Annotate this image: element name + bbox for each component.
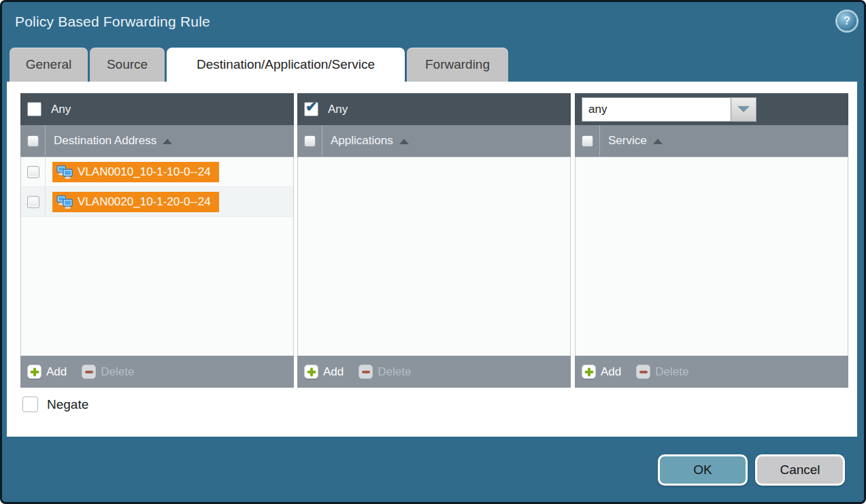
destination-address-header-label: Destination Address <box>54 134 156 148</box>
ok-button[interactable]: OK <box>658 454 748 486</box>
applications-any-checkbox[interactable] <box>304 102 318 116</box>
add-button[interactable]: Add <box>304 365 344 379</box>
tab-source[interactable]: Source <box>90 48 165 82</box>
add-plus-icon <box>304 365 318 379</box>
applications-list <box>297 157 571 356</box>
applications-panel: Any Applications Add Delete <box>297 93 571 388</box>
applications-header-label: Applications <box>331 134 393 148</box>
destination-address-column-header[interactable]: Destination Address <box>46 125 172 156</box>
applications-column-header[interactable]: Applications <box>322 125 409 156</box>
service-header-row: Service <box>575 125 848 157</box>
service-header-label: Service <box>608 134 647 148</box>
destination-address-header-row: Destination Address <box>20 125 294 157</box>
applications-select-all-checkbox[interactable] <box>304 135 316 147</box>
negate-checkbox[interactable] <box>22 397 38 412</box>
service-list <box>575 157 848 356</box>
dialog-title: Policy Based Forwarding Rule <box>15 14 210 30</box>
applications-header-row: Applications <box>297 125 571 157</box>
add-plus-icon <box>582 365 596 379</box>
negate-label: Negate <box>47 397 88 412</box>
delete-button[interactable]: Delete <box>636 365 688 379</box>
service-panel: any Service Add <box>575 93 848 388</box>
delete-minus-icon <box>636 365 650 379</box>
destination-select-all-checkbox[interactable] <box>27 135 39 147</box>
destination-any-bar: Any <box>20 93 294 125</box>
service-column-header[interactable]: Service <box>600 125 663 156</box>
sort-asc-icon <box>163 139 172 144</box>
destination-any-checkbox[interactable] <box>27 102 41 116</box>
sort-asc-icon <box>653 139 663 144</box>
policy-based-forwarding-dialog: Policy Based Forwarding Rule ? General S… <box>0 0 866 504</box>
add-plus-icon <box>27 365 41 379</box>
row-checkbox[interactable] <box>27 166 39 178</box>
address-object-name: VLAN0010_10-1-10-0--24 <box>78 165 211 179</box>
service-select-all-checkbox[interactable] <box>582 135 593 147</box>
tab-destination-application-service[interactable]: Destination/Application/Service <box>167 48 405 82</box>
sort-asc-icon <box>399 139 409 144</box>
destination-address-list: VLAN0010_10-1-10-0--24 VLAN0020_10-1-20-… <box>20 157 294 356</box>
chevron-down-icon <box>737 106 750 112</box>
applications-toolbar: Add Delete <box>297 356 571 388</box>
destination-address-panel: Any Destination Address VLAN0010_10-1-10… <box>20 93 294 388</box>
delete-minus-icon <box>359 365 373 379</box>
applications-any-label: Any <box>328 103 348 116</box>
delete-button[interactable]: Delete <box>82 365 134 379</box>
address-object-chip[interactable]: VLAN0010_10-1-10-0--24 <box>52 162 219 182</box>
address-object-name: VLAN0020_10-1-20-0--24 <box>78 195 211 209</box>
add-button[interactable]: Add <box>582 365 621 379</box>
destination-address-toolbar: Add Delete <box>20 356 294 388</box>
row-checkbox[interactable] <box>27 196 39 208</box>
destination-address-row[interactable]: VLAN0020_10-1-20-0--24 <box>21 187 293 217</box>
destination-address-row[interactable]: VLAN0010_10-1-10-0--24 <box>21 157 293 187</box>
network-address-icon <box>56 195 73 209</box>
dropdown-button[interactable] <box>731 97 756 122</box>
destination-any-label: Any <box>51 103 71 116</box>
service-toolbar: Add Delete <box>575 356 848 388</box>
applications-any-bar: Any <box>297 93 571 125</box>
delete-button[interactable]: Delete <box>359 365 411 379</box>
tab-bar: General Source Destination/Application/S… <box>10 48 508 82</box>
delete-minus-icon <box>82 365 96 379</box>
tab-content-panel: Any Destination Address VLAN0010_10-1-10… <box>7 82 857 437</box>
negate-option: Negate <box>22 397 88 412</box>
network-address-icon <box>56 165 73 179</box>
tab-forwarding[interactable]: Forwarding <box>407 48 508 82</box>
service-type-value: any <box>582 97 731 122</box>
service-type-dropdown[interactable]: any <box>582 97 756 122</box>
add-button[interactable]: Add <box>27 365 67 379</box>
service-any-bar: any <box>575 93 848 125</box>
cancel-button[interactable]: Cancel <box>755 454 845 486</box>
help-icon[interactable]: ? <box>837 12 856 31</box>
tab-general[interactable]: General <box>10 48 88 82</box>
address-object-chip[interactable]: VLAN0020_10-1-20-0--24 <box>52 192 219 212</box>
